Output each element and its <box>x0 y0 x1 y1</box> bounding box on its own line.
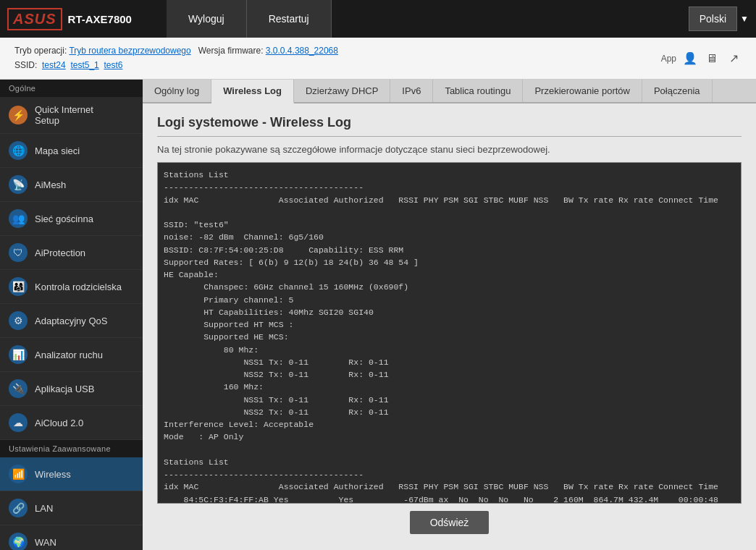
guest-network-icon: 👥 <box>9 209 28 228</box>
device-icon[interactable]: 🖥 <box>704 51 720 67</box>
sidebar-label-aimesh: AiMesh <box>35 179 66 190</box>
firmware-label: Wersja firmware: <box>198 46 264 56</box>
asus-logo: ASUS <box>7 8 62 30</box>
mode-link[interactable]: Tryb routera bezprzewodowego <box>69 46 190 56</box>
sidebar-section-general: Ogólne <box>0 80 143 97</box>
sidebar-item-adaptive-qos[interactable]: ⚙ Adaptacyjny QoS <box>0 304 143 338</box>
ssid3-link[interactable]: test6 <box>104 60 122 70</box>
aimesh-icon: 📡 <box>9 175 28 194</box>
ssid2-link[interactable]: test5_1 <box>70 60 98 70</box>
sidebar-label-network-map: Mapa sieci <box>35 145 80 156</box>
tab-general-log[interactable]: Ogólny log <box>143 80 211 102</box>
network-map-icon: 🌐 <box>9 141 28 160</box>
sidebar-label-usb-app: Aplikacja USB <box>35 384 94 394</box>
top-nav: Wyloguj Restartuj <box>167 0 689 38</box>
sidebar-item-lan[interactable]: 🔗 LAN <box>0 491 143 525</box>
router-model: RT-AXE7800 <box>68 13 132 25</box>
sidebar-item-usb-app[interactable]: 🔌 Aplikacja USB <box>0 372 143 406</box>
mode-label: Tryb operacji: <box>14 46 67 56</box>
tab-wireless-log[interactable]: Wireless Log <box>211 80 294 103</box>
top-bar: ASUS RT-AXE7800 Wyloguj Restartuj Polski… <box>0 0 756 38</box>
adaptive-qos-icon: ⚙ <box>9 311 28 330</box>
brand-area: ASUS RT-AXE7800 <box>7 8 167 30</box>
person-icon[interactable]: 👤 <box>682 51 698 67</box>
sidebar-label-aiprotection: AiProtection <box>35 248 85 258</box>
tab-routing-table[interactable]: Tablica routingu <box>433 80 523 102</box>
sidebar-section-advanced: Ustawienia Zaawansowane <box>0 440 143 457</box>
info-bar: Tryb operacji: Tryb routera bezprzewodow… <box>0 38 756 80</box>
sidebar-item-aicloud[interactable]: ☁ AiCloud 2.0 <box>0 406 143 440</box>
ssid1-link[interactable]: test24 <box>42 60 66 70</box>
sidebar-item-wireless[interactable]: 📶 Wireless <box>0 457 143 491</box>
tab-dhcp-leases[interactable]: Dzierżawy DHCP <box>294 80 390 102</box>
firmware-value[interactable]: 3.0.0.4.388_22068 <box>266 46 338 56</box>
tab-port-forwarding[interactable]: Przekierowanie portów <box>523 80 642 102</box>
sidebar-label-aicloud: AiCloud 2.0 <box>35 418 83 428</box>
lang-select: Polski ▼ <box>689 7 749 31</box>
usb-app-icon: 🔌 <box>9 379 28 398</box>
sidebar: Ogólne ⚡ Quick InternetSetup 🌐 Mapa siec… <box>0 80 143 550</box>
page-content: Logi systemowe - Wireless Log Na tej str… <box>143 103 756 550</box>
restart-button[interactable]: Restartuj <box>247 0 332 38</box>
traffic-analyzer-icon: 📊 <box>9 345 28 364</box>
share-icon[interactable]: ↗ <box>726 51 742 67</box>
sidebar-label-wan: WAN <box>35 537 56 548</box>
sidebar-item-aimesh[interactable]: 📡 AiMesh <box>0 168 143 202</box>
sidebar-label-adaptive-qos: Adaptacyjny QoS <box>35 316 107 326</box>
sidebar-label-wireless: Wireless <box>35 469 71 480</box>
aiprotection-icon: 🛡 <box>9 243 28 262</box>
sidebar-item-network-map[interactable]: 🌐 Mapa sieci <box>0 134 143 168</box>
content-area: Ogólny log Wireless Log Dzierżawy DHCP I… <box>143 80 756 550</box>
info-right: App 👤 🖥 ↗ <box>661 51 742 67</box>
ssid-label: SSID: <box>14 60 37 70</box>
lang-button[interactable]: Polski <box>689 7 737 31</box>
sidebar-label-quick-internet: Quick InternetSetup <box>35 104 93 126</box>
app-label: App <box>661 54 676 64</box>
log-container[interactable]: Stations List --------------------------… <box>157 162 742 504</box>
refresh-button[interactable]: Odśwież <box>410 511 490 534</box>
quick-internet-icon: ⚡ <box>9 106 28 124</box>
sidebar-label-guest-network: Sieć gościnna <box>35 213 93 224</box>
tab-ipv6[interactable]: IPv6 <box>390 80 433 102</box>
lang-dropdown-arrow[interactable]: ▼ <box>740 14 749 24</box>
sidebar-item-aiprotection[interactable]: 🛡 AiProtection <box>0 236 143 270</box>
wireless-icon: 📶 <box>9 465 28 483</box>
tab-bar: Ogólny log Wireless Log Dzierżawy DHCP I… <box>143 80 756 103</box>
sidebar-item-wan[interactable]: 🌍 WAN <box>0 525 143 550</box>
logout-button[interactable]: Wyloguj <box>167 0 247 38</box>
wan-icon: 🌍 <box>9 533 28 550</box>
main-layout: Ogólne ⚡ Quick InternetSetup 🌐 Mapa siec… <box>0 80 756 550</box>
lan-icon: 🔗 <box>9 499 28 517</box>
sidebar-item-traffic-analyzer[interactable]: 📊 Analizator ruchu <box>0 338 143 372</box>
sidebar-label-traffic-analyzer: Analizator ruchu <box>35 350 103 360</box>
sidebar-item-quick-internet[interactable]: ⚡ Quick InternetSetup <box>0 97 143 134</box>
tab-connections[interactable]: Połączenia <box>642 80 713 102</box>
sidebar-label-lan: LAN <box>35 503 53 514</box>
page-title: Logi systemowe - Wireless Log <box>157 115 742 137</box>
aicloud-icon: ☁ <box>9 413 28 432</box>
sidebar-item-parental-control[interactable]: 👨‍👩‍👧 Kontrola rodzicielska <box>0 270 143 304</box>
page-description: Na tej stronie pokazywane są szczegółowe… <box>157 144 742 155</box>
info-left: Tryb operacji: Tryb routera bezprzewodow… <box>14 44 338 72</box>
parental-control-icon: 👨‍👩‍👧 <box>9 277 28 296</box>
sidebar-item-guest-network[interactable]: 👥 Sieć gościnna <box>0 202 143 236</box>
sidebar-label-parental-control: Kontrola rodzicielska <box>35 282 122 292</box>
btn-area: Odśwież <box>157 504 742 538</box>
